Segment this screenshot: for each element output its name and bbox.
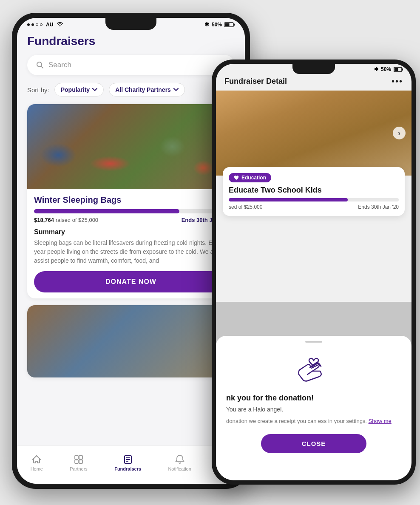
- card-1-progress-track: [34, 209, 228, 213]
- battery-icon: [224, 22, 235, 27]
- signal-dot-2: [31, 23, 34, 26]
- popularity-label: Popularity: [61, 86, 90, 93]
- svg-rect-15: [402, 68, 403, 71]
- card-1-progress-meta: $18,764 raised of $25,000 Ends 30th Jan …: [34, 217, 228, 223]
- phone1-content: Fundraisers Search Sort by: Popularity: [17, 28, 245, 477]
- phone2-notch: [292, 64, 335, 74]
- signal-dot-3: [36, 23, 38, 26]
- card-1-image: [27, 104, 235, 189]
- phone2-screen: ✱ 50% Fundraiser Detail •••: [216, 64, 411, 480]
- card-1-title: Winter Sleeping Bags: [34, 195, 228, 205]
- svg-rect-16: [394, 68, 398, 71]
- phone2-header: Fundraiser Detail •••: [216, 72, 411, 91]
- svg-rect-1: [234, 23, 235, 26]
- charity-label: All Charity Partners: [115, 86, 171, 93]
- detail-progress-fill: [229, 198, 348, 201]
- partners-icon: [74, 454, 84, 465]
- popularity-filter[interactable]: Popularity: [54, 83, 104, 96]
- three-dots-menu[interactable]: •••: [392, 77, 403, 86]
- detail-image: [216, 91, 411, 176]
- donate-now-button[interactable]: DONATE NOW: [34, 271, 228, 292]
- search-placeholder: Search: [48, 61, 71, 69]
- status-right: ✱ 50%: [204, 21, 235, 28]
- svg-rect-5: [75, 456, 78, 459]
- carrier-label: AU: [46, 22, 53, 28]
- nav-item-home[interactable]: Home: [31, 454, 43, 471]
- detail-card-title: Educate Two School Kids: [229, 186, 399, 195]
- detail-raised: sed of $25,000: [229, 204, 262, 210]
- scene: AU ✱ 50% Fundraisers: [0, 0, 420, 505]
- fundraiser-card-1[interactable]: Winter Sleeping Bags $18,764 raised of $…: [27, 104, 235, 298]
- modal-desc: donation we create a receipt you can ess…: [226, 417, 401, 426]
- education-label: Education: [241, 175, 266, 181]
- nav-label-fundraisers: Fundraisers: [114, 466, 141, 471]
- signal-dot-1: [27, 23, 30, 26]
- donation-hand-heart-icon: [295, 351, 333, 385]
- signal-dot-4: [40, 23, 43, 26]
- sort-label: Sort by:: [27, 86, 49, 94]
- show-me-link[interactable]: Show me: [369, 418, 392, 424]
- wifi-icon: [57, 22, 63, 27]
- search-bar[interactable]: Search: [27, 55, 235, 75]
- modal-title: nk you for the donation!: [226, 394, 401, 403]
- close-button[interactable]: CLOSE: [261, 434, 366, 453]
- phone2-battery-icon: [394, 67, 403, 72]
- nav-item-notification[interactable]: Notification: [168, 454, 191, 471]
- nav-label-notification: Notification: [168, 466, 191, 471]
- fundraiser-card-2[interactable]: [27, 305, 235, 377]
- chevron-down-icon-2: [173, 88, 179, 91]
- svg-rect-8: [79, 460, 82, 463]
- detail-meta: sed of $25,000 Ends 30th Jan '20: [229, 204, 399, 210]
- nav-item-fundraisers[interactable]: Fundraisers: [114, 454, 141, 471]
- svg-rect-6: [79, 456, 82, 459]
- fundraisers-icon: [123, 454, 133, 465]
- svg-line-4: [41, 66, 43, 68]
- modal-subtitle: You are a Halo angel.: [226, 406, 401, 413]
- nav-label-partners: Partners: [70, 466, 88, 471]
- summary-label: Summary: [34, 228, 228, 236]
- nav-item-partners[interactable]: Partners: [70, 454, 88, 471]
- battery-label: 50%: [212, 22, 222, 28]
- nav-label-home: Home: [31, 466, 43, 471]
- heart-icon: [234, 176, 239, 180]
- notification-icon: [175, 454, 185, 465]
- phone2-device: ✱ 50% Fundraiser Detail •••: [212, 60, 416, 485]
- education-badge: Education: [229, 173, 271, 182]
- card-1-body: Winter Sleeping Bags $18,764 raised of $…: [27, 189, 235, 298]
- detail-progress-track: [229, 198, 399, 201]
- modal-donation-icon: [295, 351, 333, 387]
- summary-text: Sleeping bags can be literal lifesavers …: [34, 238, 228, 265]
- modal-handle: [305, 341, 322, 343]
- charity-filter[interactable]: All Charity Partners: [109, 83, 185, 96]
- detail-ends: Ends 30th Jan '20: [358, 204, 399, 210]
- card-2-image: [27, 305, 235, 377]
- card-1-progress-fill: [34, 209, 179, 213]
- phone1-screen: AU ✱ 50% Fundraisers: [17, 18, 245, 484]
- modal-overlay: nk you for the donation! You are a Halo …: [216, 302, 411, 480]
- modal-sheet: nk you for the donation! You are a Halo …: [216, 336, 411, 480]
- phone2-status-right: ✱ 50%: [374, 66, 403, 72]
- detail-card: Education Educate Two School Kids sed of…: [223, 167, 405, 216]
- filter-row: Sort by: Popularity All Charity Partners: [27, 83, 235, 96]
- home-icon: [31, 454, 42, 465]
- chevron-down-icon: [92, 88, 97, 91]
- bluetooth-icon-label: ✱: [204, 21, 209, 28]
- bottom-nav: Home Partners: [17, 445, 245, 484]
- phone2-bluetooth: ✱: [374, 66, 378, 72]
- search-icon: [36, 61, 44, 69]
- status-left: AU: [27, 22, 63, 28]
- raised-amount: $18,764 raised of $25,000: [34, 217, 98, 223]
- phone2-battery: 50%: [381, 66, 391, 72]
- phone1-notch: [105, 18, 156, 30]
- svg-rect-2: [225, 23, 230, 26]
- svg-rect-7: [75, 460, 78, 463]
- page-title: Fundraisers: [27, 34, 235, 48]
- detail-title: Fundraiser Detail: [224, 77, 287, 86]
